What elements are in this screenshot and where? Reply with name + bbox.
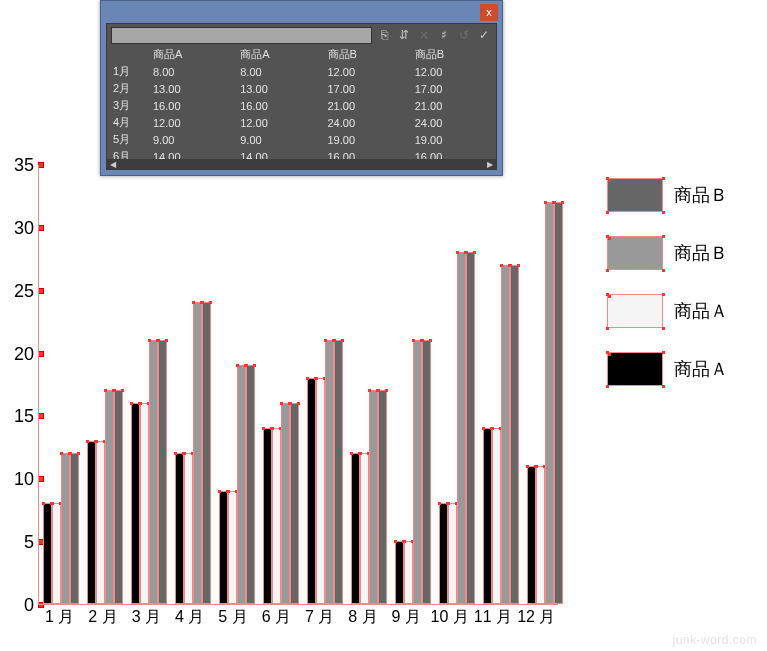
data-table[interactable]: 商品A商品A商品B商品B 1月8.008.0012.0012.002月13.00… xyxy=(107,46,496,159)
legend-item[interactable]: 商品Ａ xyxy=(607,294,747,328)
bar[interactable] xyxy=(219,491,228,604)
bar[interactable] xyxy=(395,541,404,604)
bar[interactable] xyxy=(448,503,457,604)
bar[interactable] xyxy=(202,302,211,604)
legend-swatch[interactable] xyxy=(607,294,663,328)
bar[interactable] xyxy=(96,441,105,604)
bar[interactable] xyxy=(105,390,114,604)
table-cell[interactable]: 21.00 xyxy=(322,97,409,114)
legend-swatch[interactable] xyxy=(607,178,663,212)
cell-value-input[interactable] xyxy=(111,27,372,44)
plot-area[interactable] xyxy=(38,165,558,605)
bar[interactable] xyxy=(87,441,96,604)
switch-xy-icon[interactable]: ⤨ xyxy=(416,27,432,43)
revert-icon[interactable]: ↺ xyxy=(456,27,472,43)
bar[interactable] xyxy=(149,340,158,604)
bar[interactable] xyxy=(281,403,290,604)
table-cell[interactable]: 17.00 xyxy=(322,80,409,97)
bar[interactable] xyxy=(52,503,61,604)
bar[interactable] xyxy=(466,252,475,604)
table-row[interactable]: 4月12.0012.0024.0024.00 xyxy=(107,114,496,131)
bar[interactable] xyxy=(492,428,501,604)
bar[interactable] xyxy=(263,428,272,604)
bar[interactable] xyxy=(246,365,255,604)
bar[interactable] xyxy=(545,202,554,604)
table-cell[interactable]: 24.00 xyxy=(409,114,496,131)
bar[interactable] xyxy=(501,265,510,604)
table-cell[interactable]: 12.00 xyxy=(234,114,321,131)
bar[interactable] xyxy=(439,503,448,604)
bar[interactable] xyxy=(307,378,316,604)
bar-group[interactable] xyxy=(439,252,475,604)
bar[interactable] xyxy=(404,541,413,604)
table-cell[interactable]: 16.00 xyxy=(409,148,496,159)
table-cell[interactable]: 12.00 xyxy=(409,63,496,80)
bar[interactable] xyxy=(378,390,387,604)
table-row[interactable]: 6月14.0014.0016.0016.00 xyxy=(107,148,496,159)
bar-group[interactable] xyxy=(307,340,343,604)
table-cell[interactable]: 16.00 xyxy=(147,97,234,114)
graph-data-panel[interactable]: x ⎘ ⇵ ⤨ ♯ ↺ ✓ 商品A商品A商品B商品B 1月8.008.0012.… xyxy=(100,0,503,176)
close-icon[interactable]: x xyxy=(480,4,498,21)
legend-swatch[interactable] xyxy=(607,236,663,270)
bar-group[interactable] xyxy=(483,265,519,604)
legend-item[interactable]: 商品Ａ xyxy=(607,352,747,386)
apply-icon[interactable]: ✓ xyxy=(476,27,492,43)
chart-legend[interactable]: 商品Ｂ商品Ｂ商品Ａ商品Ａ xyxy=(607,178,747,386)
row-header[interactable]: 1月 xyxy=(107,63,147,80)
bar[interactable] xyxy=(325,340,334,604)
table-cell[interactable]: 13.00 xyxy=(147,80,234,97)
table-cell[interactable]: 8.00 xyxy=(147,63,234,80)
row-header[interactable]: 4月 xyxy=(107,114,147,131)
table-row[interactable]: 2月13.0013.0017.0017.00 xyxy=(107,80,496,97)
column-header[interactable]: 商品A xyxy=(147,46,234,63)
table-cell[interactable]: 9.00 xyxy=(234,131,321,148)
bar[interactable] xyxy=(527,466,536,604)
row-header[interactable]: 6月 xyxy=(107,148,147,159)
row-header[interactable]: 2月 xyxy=(107,80,147,97)
bar[interactable] xyxy=(290,403,299,604)
bar[interactable] xyxy=(272,428,281,604)
bar-chart[interactable]: 05101520253035 1 月2 月3 月4 月5 月6 月7 月8 月9… xyxy=(0,165,560,635)
panel-titlebar[interactable]: x xyxy=(101,1,502,23)
bar[interactable] xyxy=(536,466,545,604)
bar[interactable] xyxy=(70,453,79,604)
bar[interactable] xyxy=(193,302,202,604)
column-header[interactable] xyxy=(107,46,147,63)
table-cell[interactable]: 19.00 xyxy=(322,131,409,148)
column-header[interactable]: 商品A xyxy=(234,46,321,63)
bar[interactable] xyxy=(114,390,123,604)
table-cell[interactable]: 12.00 xyxy=(322,63,409,80)
table-cell[interactable]: 9.00 xyxy=(147,131,234,148)
table-cell[interactable]: 16.00 xyxy=(234,97,321,114)
table-cell[interactable]: 24.00 xyxy=(322,114,409,131)
bar[interactable] xyxy=(413,340,422,604)
bar-group[interactable] xyxy=(527,202,563,604)
bar-group[interactable] xyxy=(263,403,299,604)
bar-group[interactable] xyxy=(395,340,431,604)
cell-style-icon[interactable]: ♯ xyxy=(436,27,452,43)
row-header[interactable]: 3月 xyxy=(107,97,147,114)
bar[interactable] xyxy=(422,340,431,604)
bar[interactable] xyxy=(43,503,52,604)
bar[interactable] xyxy=(158,340,167,604)
bar-group[interactable] xyxy=(219,365,255,604)
import-data-icon[interactable]: ⎘ xyxy=(376,27,392,43)
bar[interactable] xyxy=(184,453,193,604)
table-row[interactable]: 1月8.008.0012.0012.00 xyxy=(107,63,496,80)
table-cell[interactable]: 13.00 xyxy=(234,80,321,97)
table-cell[interactable]: 12.00 xyxy=(147,114,234,131)
table-cell[interactable]: 8.00 xyxy=(234,63,321,80)
legend-item[interactable]: 商品Ｂ xyxy=(607,236,747,270)
bar[interactable] xyxy=(483,428,492,604)
column-header[interactable]: 商品B xyxy=(409,46,496,63)
table-cell[interactable]: 14.00 xyxy=(147,148,234,159)
bar[interactable] xyxy=(510,265,519,604)
bar[interactable] xyxy=(131,403,140,604)
table-row[interactable]: 3月16.0016.0021.0021.00 xyxy=(107,97,496,114)
bar-group[interactable] xyxy=(351,390,387,604)
bar-group[interactable] xyxy=(131,340,167,604)
row-header[interactable]: 5月 xyxy=(107,131,147,148)
legend-swatch[interactable] xyxy=(607,352,663,386)
table-cell[interactable]: 14.00 xyxy=(234,148,321,159)
